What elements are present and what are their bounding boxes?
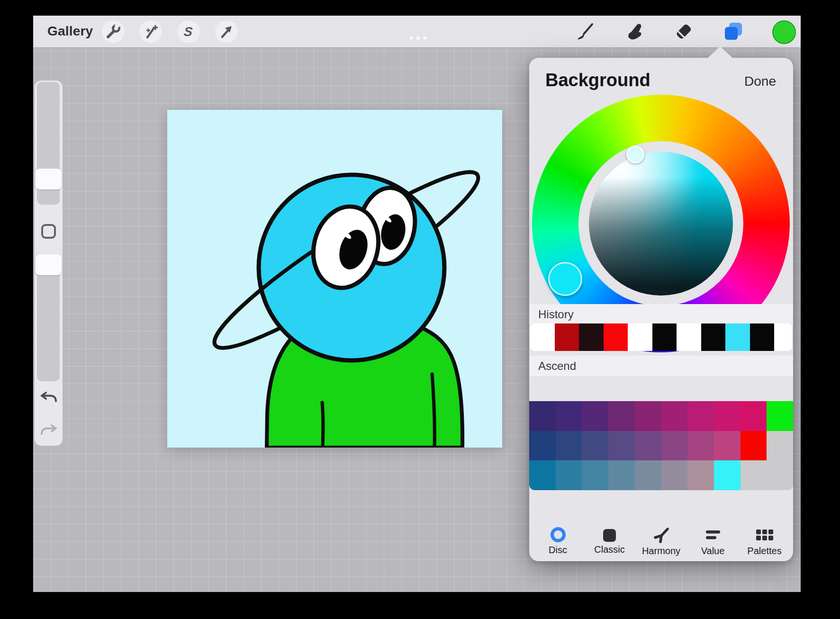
multitask-dots-icon — [410, 36, 426, 40]
tab-value[interactable]: Value — [691, 526, 735, 556]
redo-button[interactable] — [39, 422, 58, 437]
drawing-canvas[interactable] — [167, 110, 502, 448]
history-swatch[interactable] — [750, 323, 775, 351]
popover-arrow — [707, 46, 733, 59]
palette-swatch[interactable] — [714, 401, 741, 431]
brush-icon — [574, 21, 596, 43]
history-swatch[interactable] — [604, 323, 628, 351]
palette-swatch[interactable] — [714, 460, 741, 490]
smudge-tool-button[interactable] — [623, 20, 646, 43]
ascend-palette-grid — [529, 401, 793, 490]
palette-swatch[interactable] — [741, 401, 767, 431]
palette-swatch[interactable] — [529, 401, 556, 431]
adjustments-wand-button[interactable] — [139, 20, 162, 43]
tab-classic[interactable]: Classic — [588, 528, 632, 555]
tab-harmony[interactable]: Harmony — [640, 526, 683, 556]
smudge-icon — [624, 21, 646, 43]
adjustments-s-icon: S — [180, 23, 197, 40]
history-swatch[interactable] — [530, 323, 555, 351]
app-window: Gallery S — [33, 16, 801, 592]
gallery-button[interactable]: Gallery — [47, 24, 93, 39]
palette-swatch[interactable] — [556, 431, 582, 461]
palette-swatch[interactable] — [741, 460, 767, 490]
history-swatch[interactable] — [701, 323, 726, 351]
palette-swatch[interactable] — [582, 460, 608, 490]
eraser-icon — [673, 21, 695, 43]
hue-handle[interactable] — [548, 262, 582, 296]
palette-swatch[interactable] — [661, 401, 688, 431]
selection-s-button[interactable]: S — [177, 20, 200, 43]
modify-button[interactable] — [41, 224, 56, 239]
palette-swatch[interactable] — [608, 401, 635, 431]
history-swatch[interactable] — [555, 323, 579, 351]
palette-swatch[interactable] — [661, 431, 688, 461]
history-swatch[interactable] — [774, 323, 792, 351]
palette-swatch[interactable] — [687, 401, 714, 431]
saturation-brightness-disc[interactable] — [589, 152, 733, 296]
history-section-header: History — [529, 304, 793, 324]
palette-swatch[interactable] — [767, 460, 793, 490]
history-swatch[interactable] — [677, 323, 701, 351]
history-swatch[interactable] — [652, 323, 677, 351]
value-icon — [705, 526, 722, 543]
wrench-icon — [105, 23, 122, 40]
history-swatch[interactable] — [725, 323, 750, 351]
palettes-icon — [754, 526, 775, 543]
tab-palettes[interactable]: Palettes — [743, 526, 786, 556]
tab-disc[interactable]: Disc — [536, 527, 580, 556]
palette-swatch[interactable] — [635, 401, 661, 431]
palette-swatch[interactable] — [687, 460, 714, 490]
done-button[interactable]: Done — [744, 74, 776, 89]
undo-icon — [39, 390, 58, 404]
palette-swatch[interactable] — [767, 431, 793, 461]
redo-icon — [39, 422, 58, 437]
screenshot-frame: Gallery S — [0, 0, 840, 619]
background-color-panel: Background Done History Ascend Disc Clas… — [529, 58, 793, 561]
undo-button[interactable] — [39, 390, 58, 404]
history-label: History — [538, 308, 574, 321]
top-toolbar: Gallery S — [33, 16, 801, 47]
palette-swatch[interactable] — [767, 401, 793, 431]
panel-title: Background — [545, 70, 650, 90]
palette-swatch[interactable] — [556, 401, 582, 431]
palette-swatch[interactable] — [741, 431, 767, 461]
palette-swatch[interactable] — [714, 431, 741, 461]
svg-text:S: S — [183, 24, 193, 39]
selection-arrow-icon — [218, 23, 235, 40]
disc-handle[interactable] — [626, 145, 644, 163]
history-swatch-row — [530, 323, 792, 351]
layers-button[interactable] — [722, 20, 745, 43]
transform-arrow-button[interactable] — [215, 20, 238, 43]
disc-icon — [551, 527, 566, 542]
palette-swatch[interactable] — [635, 460, 661, 490]
palette-swatch[interactable] — [635, 431, 661, 461]
palette-swatch[interactable] — [661, 460, 688, 490]
palette-swatch[interactable] — [582, 401, 608, 431]
color-mode-tabs: Disc Classic Harmony Value — [529, 524, 793, 558]
left-arm-line — [322, 403, 323, 448]
layers-icon — [723, 21, 744, 43]
palette-swatch[interactable] — [687, 431, 714, 461]
brush-sidebar — [35, 81, 63, 446]
ascend-label: Ascend — [538, 359, 576, 373]
palette-swatch[interactable] — [608, 460, 635, 490]
brush-tool-button[interactable] — [574, 20, 596, 43]
classic-icon — [603, 529, 616, 542]
ascend-section-header: Ascend — [529, 356, 793, 376]
active-color-button[interactable] — [772, 20, 796, 44]
eraser-tool-button[interactable] — [672, 20, 695, 43]
history-swatch[interactable] — [628, 323, 652, 351]
history-swatch[interactable] — [579, 323, 604, 351]
actions-wrench-button[interactable] — [102, 20, 125, 43]
palette-swatch[interactable] — [556, 460, 582, 490]
palette-swatch[interactable] — [608, 431, 635, 461]
palette-swatch[interactable] — [529, 460, 556, 490]
magic-wand-icon — [142, 23, 159, 40]
palette-swatch[interactable] — [529, 431, 556, 461]
palette-swatch[interactable] — [582, 431, 608, 461]
opacity-handle[interactable] — [36, 254, 62, 275]
brush-size-handle[interactable] — [36, 169, 62, 189]
harmony-icon — [653, 526, 670, 543]
